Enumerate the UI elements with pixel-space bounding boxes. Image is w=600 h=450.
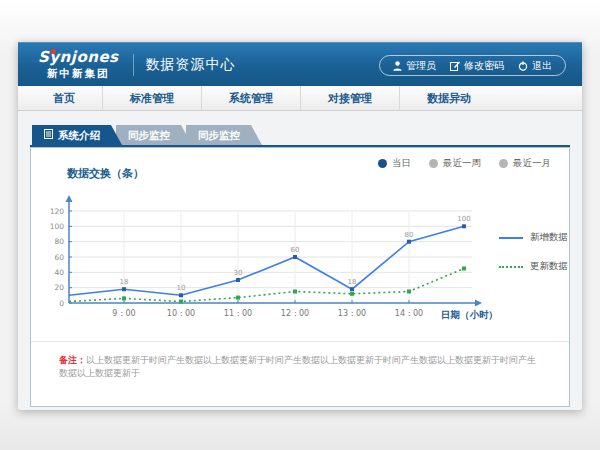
legend-label: 新增数据 [530, 231, 568, 244]
radio-label: 最近一周 [443, 157, 481, 170]
time-range-filter: 当日 最近一周 最近一月 [378, 157, 551, 170]
svg-text:18: 18 [120, 278, 129, 286]
change-password-label: 修改密码 [464, 59, 504, 73]
logout-label: 退出 [532, 59, 552, 73]
chart-area: 0204060801001209：0010：0011：0012：0013：001… [31, 185, 569, 337]
tab-bar: 系统介绍 同步监控 同步监控 [32, 125, 570, 145]
radio-dot-icon [378, 159, 387, 168]
radio-label: 当日 [392, 157, 411, 170]
footnote: 备注：以上数据更新于时间产生数据以上数据更新于时间产生数据以上数据更新于时间产生… [31, 341, 569, 379]
nav-item-home[interactable]: 首页 [26, 86, 102, 111]
legend-item-updated-data: 更新数据 [499, 260, 569, 273]
tab-label: 同步监控 [198, 125, 240, 145]
power-icon [518, 61, 528, 71]
nav-item-interface-mgmt[interactable]: 对接管理 [300, 86, 399, 111]
svg-text:10: 10 [177, 284, 186, 292]
chart-legend: 新增数据 更新数据 [499, 185, 569, 337]
svg-text:60: 60 [291, 246, 300, 254]
nav-item-system-mgmt[interactable]: 系统管理 [201, 86, 300, 111]
user-menu[interactable]: 管理员 [393, 59, 436, 73]
svg-text:100: 100 [457, 215, 470, 223]
page-title: 数据资源中心 [146, 56, 236, 74]
solid-line-icon [499, 237, 523, 239]
edit-icon [450, 61, 460, 71]
radio-label: 最近一月 [513, 157, 551, 170]
chart-panel: 当日 最近一周 最近一月 数据交换（条） 0204060801001209：00… [30, 147, 570, 407]
svg-text:0: 0 [59, 299, 64, 308]
user-icon [393, 61, 402, 71]
svg-text:18: 18 [348, 278, 357, 286]
svg-text:14：00: 14：00 [395, 309, 423, 318]
radio-last-month[interactable]: 最近一月 [499, 157, 551, 170]
footnote-text: 以上数据更新于时间产生数据以上数据更新于时间产生数据以上数据更新于时间产生数据以… [59, 355, 536, 378]
svg-text:60: 60 [54, 253, 64, 262]
legend-label: 更新数据 [530, 260, 568, 273]
svg-text:12：00: 12：00 [281, 309, 309, 318]
tab-sync-monitor-2[interactable]: 同步监控 [186, 125, 262, 145]
content-area: 系统介绍 同步监控 同步监控 当日 最近一周 [18, 111, 582, 410]
svg-text:13：00: 13：00 [338, 309, 366, 318]
svg-text:80: 80 [54, 237, 64, 246]
footnote-prefix: 备注： [59, 355, 86, 365]
svg-text:10：00: 10：00 [167, 309, 195, 318]
line-chart: 0204060801001209：0010：0011：0012：0013：001… [39, 185, 499, 337]
radio-today[interactable]: 当日 [378, 157, 411, 170]
dotted-line-icon [499, 266, 523, 268]
legend-item-new-data: 新增数据 [499, 231, 569, 244]
radio-last-week[interactable]: 最近一周 [429, 157, 481, 170]
user-toolbar: 管理员 修改密码 退出 [379, 55, 566, 76]
svg-text:30: 30 [234, 269, 243, 277]
header-divider [133, 54, 134, 76]
tab-system-intro[interactable]: 系统介绍 [32, 125, 122, 145]
change-password-button[interactable]: 修改密码 [450, 59, 504, 73]
user-label: 管理员 [406, 59, 436, 73]
app-window: Synjones 新中新集团 数据资源中心 管理员 修改密码 [18, 42, 582, 410]
svg-text:日期（小时）: 日期（小时） [441, 309, 498, 321]
logo: Synjones 新中新集团 [38, 50, 119, 79]
svg-text:20: 20 [54, 283, 64, 292]
document-icon [44, 125, 53, 145]
svg-text:120: 120 [50, 207, 65, 216]
tab-sync-monitor-1[interactable]: 同步监控 [116, 125, 192, 145]
tab-label: 同步监控 [128, 125, 170, 145]
app-header: Synjones 新中新集团 数据资源中心 管理员 修改密码 [18, 42, 582, 86]
main-nav: 首页 标准管理 系统管理 对接管理 数据异动 [18, 86, 582, 111]
nav-item-data-change[interactable]: 数据异动 [399, 86, 498, 111]
svg-text:11：00: 11：00 [224, 309, 252, 318]
svg-text:40: 40 [54, 268, 64, 277]
nav-item-standard-mgmt[interactable]: 标准管理 [102, 86, 201, 111]
logo-subtext: 新中新集团 [38, 68, 119, 79]
logout-button[interactable]: 退出 [518, 59, 552, 73]
radio-dot-icon [429, 159, 438, 168]
tab-label: 系统介绍 [58, 125, 100, 145]
svg-text:80: 80 [405, 231, 414, 239]
svg-text:100: 100 [50, 222, 65, 231]
radio-dot-icon [499, 159, 508, 168]
svg-text:9：00: 9：00 [112, 309, 135, 318]
